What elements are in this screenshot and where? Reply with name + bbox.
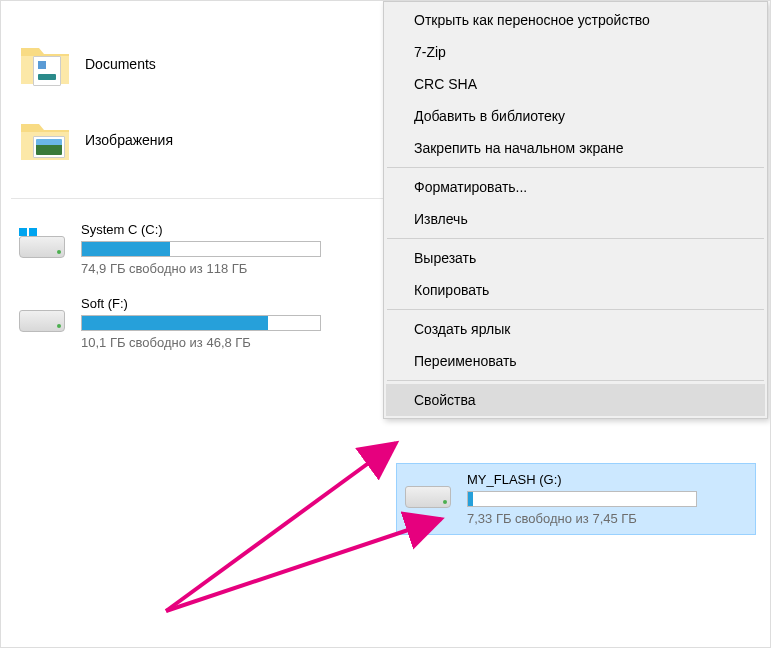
drive-capacity-bar [81,241,321,257]
drive-capacity-bar [81,315,321,331]
menu-create-shortcut[interactable]: Создать ярлык [386,313,765,345]
folder-icon [19,114,71,166]
context-menu: Открыть как переносное устройство 7-Zip … [383,1,768,419]
folder-icon [19,38,71,90]
menu-separator [387,238,764,239]
folder-label: Documents [85,56,156,72]
menu-separator [387,380,764,381]
menu-open-portable[interactable]: Открыть как переносное устройство [386,4,765,36]
menu-separator [387,167,764,168]
menu-properties[interactable]: Свойства [386,384,765,416]
drive-icon [19,228,67,266]
drive-my-flash-g[interactable]: MY_FLASH (G:) 7,33 ГБ свободно из 7,45 Г… [396,463,756,535]
menu-crc-sha[interactable]: CRC SHA [386,68,765,100]
menu-cut[interactable]: Вырезать [386,242,765,274]
menu-separator [387,309,764,310]
menu-pin-start[interactable]: Закрепить на начальном экране [386,132,765,164]
menu-format[interactable]: Форматировать... [386,171,765,203]
drive-status: 7,33 ГБ свободно из 7,45 ГБ [467,511,747,526]
drive-capacity-bar [467,491,697,507]
drive-name: MY_FLASH (G:) [467,472,747,487]
drive-icon [19,302,67,340]
menu-add-library[interactable]: Добавить в библиотеку [386,100,765,132]
menu-copy[interactable]: Копировать [386,274,765,306]
menu-7zip[interactable]: 7-Zip [386,36,765,68]
menu-eject[interactable]: Извлечь [386,203,765,235]
folder-label: Изображения [85,132,173,148]
drive-icon [405,478,453,516]
menu-rename[interactable]: Переименовать [386,345,765,377]
